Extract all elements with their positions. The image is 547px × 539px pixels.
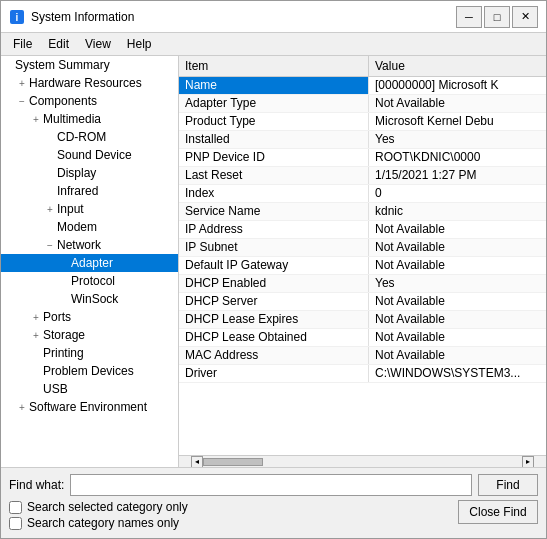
expander-multimedia[interactable]: + <box>29 114 43 125</box>
cell-value-0: [00000000] Microsoft K <box>369 77 546 94</box>
tree-item-multimedia[interactable]: +Multimedia <box>1 110 178 128</box>
tree-label-infrared: Infrared <box>57 184 178 198</box>
menu-help[interactable]: Help <box>119 35 160 53</box>
tree-label-input: Input <box>57 202 178 216</box>
tree-item-hardware-resources[interactable]: +Hardware Resources <box>1 74 178 92</box>
menu-view[interactable]: View <box>77 35 119 53</box>
tree-label-components: Components <box>29 94 178 108</box>
tree-item-system-summary[interactable]: System Summary <box>1 56 178 74</box>
column-item-header: Item <box>179 56 369 76</box>
cell-value-10: Not Available <box>369 257 546 274</box>
tree-item-ports[interactable]: +Ports <box>1 308 178 326</box>
tree-label-modem: Modem <box>57 220 178 234</box>
table-row: Last Reset 1/15/2021 1:27 PM <box>179 167 546 185</box>
cell-item-10: Default IP Gateway <box>179 257 369 274</box>
tree-item-software-environment[interactable]: +Software Environment <box>1 398 178 416</box>
tree-item-cd-rom[interactable]: CD-ROM <box>1 128 178 146</box>
tree-item-network[interactable]: −Network <box>1 236 178 254</box>
minimize-button[interactable]: ─ <box>456 6 482 28</box>
tree-item-input[interactable]: +Input <box>1 200 178 218</box>
tree-label-usb: USB <box>43 382 178 396</box>
checkbox-row-2: Search category names only <box>9 516 188 530</box>
find-button[interactable]: Find <box>478 474 538 496</box>
menu-edit[interactable]: Edit <box>40 35 77 53</box>
cell-value-9: Not Available <box>369 239 546 256</box>
cell-item-1: Adapter Type <box>179 95 369 112</box>
right-panel: Item Value Name [00000000] Microsoft K A… <box>179 56 546 467</box>
table-row: DHCP Lease Obtained Not Available <box>179 329 546 347</box>
table-row: Driver C:\WINDOWS\SYSTEM3... <box>179 365 546 383</box>
tree-label-printing: Printing <box>43 346 178 360</box>
tree-item-modem[interactable]: Modem <box>1 218 178 236</box>
cell-item-15: MAC Address <box>179 347 369 364</box>
expander-storage[interactable]: + <box>29 330 43 341</box>
tree-label-cd-rom: CD-ROM <box>57 130 178 144</box>
tree-label-hardware-resources: Hardware Resources <box>29 76 178 90</box>
search-selected-checkbox[interactable] <box>9 501 22 514</box>
cell-item-8: IP Address <box>179 221 369 238</box>
tree-item-infrared[interactable]: Infrared <box>1 182 178 200</box>
menu-bar: File Edit View Help <box>1 33 546 56</box>
tree-label-software-environment: Software Environment <box>29 400 178 414</box>
scroll-thumb[interactable] <box>203 458 263 466</box>
tree-label-network: Network <box>57 238 178 252</box>
table-row: Installed Yes <box>179 131 546 149</box>
bottom-panel: Find what: Find Search selected category… <box>1 467 546 538</box>
expander-network[interactable]: − <box>43 240 57 251</box>
search-category-label: Search category names only <box>27 516 179 530</box>
tree-item-adapter[interactable]: Adapter <box>1 254 178 272</box>
table-row: Name [00000000] Microsoft K <box>179 77 546 95</box>
cell-item-7: Service Name <box>179 203 369 220</box>
scroll-left-button[interactable]: ◂ <box>191 456 203 468</box>
cell-value-6: 0 <box>369 185 546 202</box>
cell-item-5: Last Reset <box>179 167 369 184</box>
tree-label-storage: Storage <box>43 328 178 342</box>
cell-item-0: Name <box>179 77 369 94</box>
tree-container: System Summary+Hardware Resources−Compon… <box>1 56 178 467</box>
tree-label-ports: Ports <box>43 310 178 324</box>
table-row: Index 0 <box>179 185 546 203</box>
cell-item-3: Installed <box>179 131 369 148</box>
expander-hardware-resources[interactable]: + <box>15 78 29 89</box>
tree-item-usb[interactable]: USB <box>1 380 178 398</box>
cell-value-7: kdnic <box>369 203 546 220</box>
cell-item-2: Product Type <box>179 113 369 130</box>
search-category-checkbox[interactable] <box>9 517 22 530</box>
tree-item-problem-devices[interactable]: Problem Devices <box>1 362 178 380</box>
table-row: DHCP Lease Expires Not Available <box>179 311 546 329</box>
expander-software-environment[interactable]: + <box>15 402 29 413</box>
cell-value-13: Not Available <box>369 311 546 328</box>
svg-text:i: i <box>16 12 19 23</box>
tree-item-sound-device[interactable]: Sound Device <box>1 146 178 164</box>
cell-item-13: DHCP Lease Expires <box>179 311 369 328</box>
maximize-button[interactable]: □ <box>484 6 510 28</box>
tree-item-printing[interactable]: Printing <box>1 344 178 362</box>
close-find-button[interactable]: Close Find <box>458 500 538 524</box>
expander-components[interactable]: − <box>15 96 29 107</box>
cell-value-15: Not Available <box>369 347 546 364</box>
window-icon: i <box>9 9 25 25</box>
tree-item-components[interactable]: −Components <box>1 92 178 110</box>
checkbox-row-1: Search selected category only <box>9 500 188 514</box>
table-row: Adapter Type Not Available <box>179 95 546 113</box>
cell-value-8: Not Available <box>369 221 546 238</box>
window-title: System Information <box>31 10 456 24</box>
expander-input[interactable]: + <box>43 204 57 215</box>
horizontal-scrollbar[interactable]: ◂ ▸ <box>179 455 546 467</box>
find-input[interactable] <box>70 474 472 496</box>
scroll-right-button[interactable]: ▸ <box>522 456 534 468</box>
expander-ports[interactable]: + <box>29 312 43 323</box>
tree-item-protocol[interactable]: Protocol <box>1 272 178 290</box>
tree-item-storage[interactable]: +Storage <box>1 326 178 344</box>
table-row: MAC Address Not Available <box>179 347 546 365</box>
close-button[interactable]: ✕ <box>512 6 538 28</box>
cell-value-4: ROOT\KDNIC\0000 <box>369 149 546 166</box>
tree-label-protocol: Protocol <box>71 274 178 288</box>
left-panel: System Summary+Hardware Resources−Compon… <box>1 56 179 467</box>
cell-value-2: Microsoft Kernel Debu <box>369 113 546 130</box>
tree-item-display[interactable]: Display <box>1 164 178 182</box>
tree-item-winsock[interactable]: WinSock <box>1 290 178 308</box>
menu-file[interactable]: File <box>5 35 40 53</box>
tree-label-system-summary: System Summary <box>15 58 178 72</box>
table-row: Product Type Microsoft Kernel Debu <box>179 113 546 131</box>
